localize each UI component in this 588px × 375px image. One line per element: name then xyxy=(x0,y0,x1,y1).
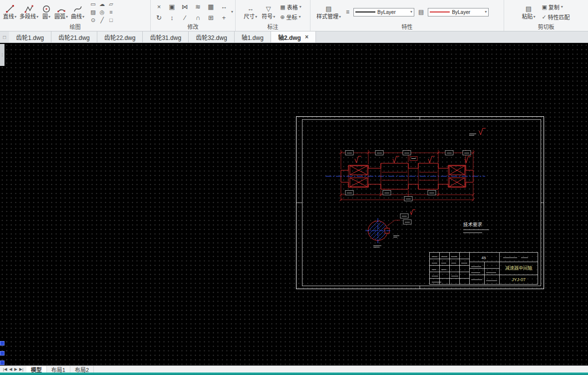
ribbon-panel-annotate: ↔ 尺寸▾ ▽ 符号▾ ▦ 表格 ▾ ⊕ 坐标 ▾ xyxy=(236,0,310,31)
drawing-frame xyxy=(296,116,544,289)
wipeout-icon[interactable]: □ xyxy=(107,16,115,24)
spline-tool-button[interactable]: 曲线▾ xyxy=(70,4,85,20)
modify-more-arrow-icon[interactable]: ▾ xyxy=(231,10,233,14)
revision-cloud-icon[interactable]: ☁ xyxy=(98,0,106,8)
lower-dim-text xyxy=(345,191,436,201)
layers-icon[interactable]: ▤ xyxy=(418,8,424,15)
docked-palette-icon[interactable] xyxy=(0,341,4,346)
paste-button[interactable]: ▤ 粘贴▾ xyxy=(521,4,536,20)
match-properties-label: 特性匹配 xyxy=(548,13,570,21)
layout-tab-bar: |◀ ◀ ▶ ▶| 模型 布局1 布局2 xyxy=(0,366,588,373)
spline-tool-label: 曲线 xyxy=(71,13,82,20)
multiline-icon[interactable]: ≡ xyxy=(107,8,115,16)
move-icon[interactable]: ↔ xyxy=(218,1,230,12)
rectangle-icon[interactable]: ▭ xyxy=(89,0,97,8)
doc-tab[interactable]: 轴1.dwg xyxy=(235,31,271,42)
symbol-tool-label: 符号 xyxy=(262,13,273,20)
doc-tab-label: 轴1.dwg xyxy=(242,33,264,41)
doc-tab-label: 齿轮31.dwg xyxy=(150,33,181,41)
ribbon: 直线▾ 多段线▾ 圆▾ xyxy=(0,0,588,31)
upper-dim-text xyxy=(345,151,471,161)
coordinate-tool-button[interactable]: ⊕ 坐标 ▾ xyxy=(279,12,302,21)
dropdown-arrow-icon: ▾ xyxy=(339,15,341,19)
cad-application-window: 直线▾ 多段线▾ 圆▾ xyxy=(0,0,588,375)
docked-panel-handle[interactable]: ··· xyxy=(0,44,4,66)
clipboard-panel-label: 剪切板 xyxy=(504,23,588,31)
draw-extra-tools: ▭ ▨ ⊙ ☁ ◎ ╱ ▱ ≡ □ xyxy=(89,0,115,24)
next-layout-icon[interactable]: ▶ xyxy=(14,367,17,372)
spline-icon xyxy=(73,4,83,13)
doc-tab[interactable]: 齿轮32.dwg xyxy=(189,31,235,42)
copy-icon[interactable]: ▣ xyxy=(166,1,178,12)
match-properties-button[interactable]: ✓ 特性匹配 xyxy=(540,12,571,21)
table-icon: ▦ xyxy=(280,4,285,10)
arc-tool-button[interactable]: 圆弧▾ xyxy=(53,4,69,20)
doc-tab-label: 齿轮32.dwg xyxy=(196,33,227,41)
stretch-icon[interactable]: + xyxy=(218,12,230,23)
table-tool-button[interactable]: ▦ 表格 ▾ xyxy=(279,2,302,11)
layout-tab-layout2[interactable]: 布局2 xyxy=(70,366,94,373)
dimension-tool-label: 尺寸 xyxy=(244,13,255,20)
drawing-number: JYJ-07 xyxy=(512,277,526,282)
hatch-icon[interactable]: ▨ xyxy=(89,8,97,16)
doc-tab-label: 齿轮1.dwg xyxy=(16,33,44,41)
style-manager-button[interactable]: ▤ 样式管理▾ xyxy=(315,4,342,20)
style-manager-icon: ▤ xyxy=(324,4,334,13)
line-tool-button[interactable]: 直线▾ xyxy=(2,4,17,20)
trim-icon[interactable]: ∕ xyxy=(179,12,191,23)
drawing-viewport[interactable]: ··· xyxy=(0,43,588,366)
layout-tab-layout1[interactable]: 布局1 xyxy=(47,366,70,373)
fillet-icon[interactable]: ∩ xyxy=(192,12,204,23)
doc-tab[interactable]: 齿轮1.dwg xyxy=(9,31,51,42)
region-icon[interactable]: ▱ xyxy=(107,0,115,8)
roughness-note xyxy=(469,128,486,135)
linetype-preview xyxy=(355,11,375,12)
construction-line-icon[interactable]: ╱ xyxy=(98,16,106,24)
ribbon-panel-properties: ▤ 样式管理▾ ≡ ByLayer ▾ ▤ ByLayer ▾ 特性 xyxy=(310,0,504,31)
dropdown-arrow-icon: ▾ xyxy=(533,15,535,19)
offset-icon[interactable]: ≋ xyxy=(192,1,204,12)
close-tab-icon[interactable]: × xyxy=(305,33,308,40)
dimension-tool-button[interactable]: ↔ 尺寸▾ xyxy=(243,4,258,20)
scale-icon[interactable]: ↕ xyxy=(166,12,178,23)
doc-tab[interactable]: 齿轮31.dwg xyxy=(143,31,189,42)
list-menu-icon[interactable]: ≡ xyxy=(346,8,349,15)
erase-icon[interactable]: × xyxy=(153,1,165,12)
polyline-tool-button[interactable]: 多段线▾ xyxy=(18,4,39,20)
mirror-icon[interactable]: ⋈ xyxy=(179,1,191,12)
linetype-value: ByLayer xyxy=(377,9,408,15)
prev-layout-icon[interactable]: ◀ xyxy=(9,367,12,372)
docked-palette-icon[interactable] xyxy=(0,351,4,356)
doc-tab-menu-button[interactable]: □ xyxy=(0,31,9,42)
doc-tab-active[interactable]: 轴2.dwg × xyxy=(271,31,316,42)
shaft-drawing: 技术要求 xyxy=(294,114,547,292)
style-manager-label: 样式管理 xyxy=(316,13,338,20)
last-layout-icon[interactable]: ▶| xyxy=(19,367,23,372)
dropdown-arrow-icon: ▾ xyxy=(36,15,38,19)
polyline-icon xyxy=(24,4,34,13)
donut-icon[interactable]: ◎ xyxy=(98,8,106,16)
paste-label: 粘贴 xyxy=(522,13,533,20)
array-icon[interactable]: ▦ xyxy=(205,1,217,12)
docked-palette-icon[interactable] xyxy=(0,361,4,365)
point-icon[interactable]: ⊙ xyxy=(89,16,97,24)
dropdown-arrow-icon: ▾ xyxy=(273,15,275,19)
copy-clip-button[interactable]: ▣ 复制 ▾ xyxy=(540,2,571,11)
circle-tool-button[interactable]: 圆▾ xyxy=(40,4,52,20)
rotate-icon[interactable]: ↻ xyxy=(153,12,165,23)
first-layout-icon[interactable]: |◀ xyxy=(3,367,7,372)
copy-clip-label: 复制 xyxy=(549,3,560,11)
linetype-combo[interactable]: ByLayer ▾ xyxy=(353,8,414,16)
layout-tab-model[interactable]: 模型 xyxy=(26,366,47,373)
draw-panel-label: 绘图 xyxy=(0,23,150,31)
dimension-icon: ↔ xyxy=(246,4,256,13)
doc-tab[interactable]: 齿轮22.dwg xyxy=(97,31,143,42)
polyline-tool-label: 多段线 xyxy=(19,13,36,20)
explode-icon[interactable]: ⊞ xyxy=(205,12,217,23)
doc-tab[interactable]: 齿轮21.dwg xyxy=(51,31,97,42)
properties-panel-label: 特性 xyxy=(310,23,504,31)
symbol-tool-button[interactable]: ▽ 符号▾ xyxy=(261,4,276,20)
dropdown-arrow-icon: ▾ xyxy=(48,15,50,19)
shaft-section-view xyxy=(358,210,415,247)
color-combo[interactable]: ByLayer ▾ xyxy=(428,8,489,16)
